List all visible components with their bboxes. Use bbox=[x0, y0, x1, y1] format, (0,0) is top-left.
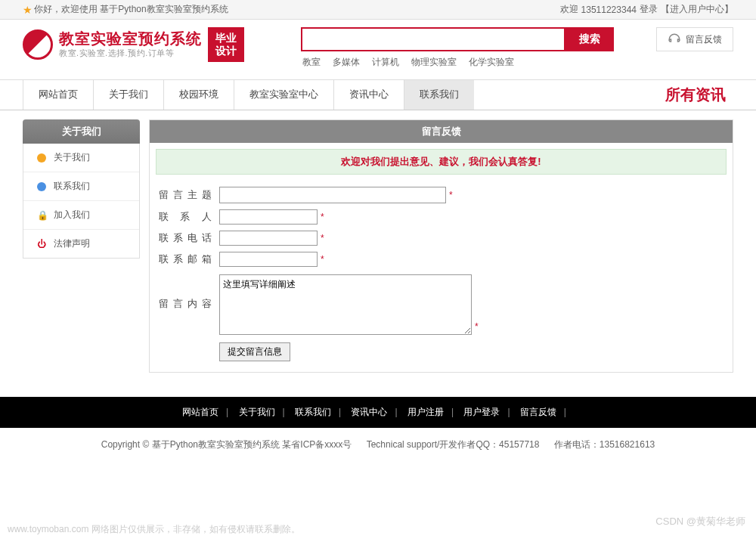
sidebar-item-join[interactable]: 🔒 加入我们 bbox=[23, 201, 139, 230]
top-bar: ★ 你好，欢迎使用 基于Python教室实验室预约系统 欢迎 135112233… bbox=[0, 0, 756, 20]
label-subject: 留言主题 bbox=[159, 188, 212, 202]
footer-link[interactable]: 用户注册 bbox=[407, 407, 444, 417]
search-block: 搜索 教室 多媒体 计算机 物理实验室 化学实验室 bbox=[301, 27, 645, 73]
logo-icon bbox=[23, 29, 53, 60]
nav-about[interactable]: 关于我们 bbox=[93, 80, 163, 110]
search-cat[interactable]: 教室 bbox=[302, 56, 321, 69]
search-cat[interactable]: 物理实验室 bbox=[411, 56, 457, 69]
main-content: 关于我们 关于我们 联系我们 🔒 加入我们 ⏻ 法律声明 留言反馈 欢迎对我们提… bbox=[0, 110, 756, 382]
headset-icon bbox=[668, 33, 681, 46]
search-cat[interactable]: 计算机 bbox=[372, 56, 399, 69]
textarea-body[interactable] bbox=[219, 274, 472, 335]
footer-link[interactable]: 留言反馈 bbox=[520, 407, 556, 417]
sidebar-item-label: 法律声明 bbox=[54, 237, 90, 250]
footer-link[interactable]: 资讯中心 bbox=[351, 407, 387, 417]
search-cat[interactable]: 多媒体 bbox=[333, 56, 360, 69]
label-body: 留言内容 bbox=[159, 274, 212, 311]
sidebar-body: 关于我们 联系我们 🔒 加入我们 ⏻ 法律声明 bbox=[23, 144, 140, 259]
author-phone: 作者电话：13516821613 bbox=[554, 439, 655, 450]
welcome-message: 欢迎对我们提出意见、建议，我们会认真答复! bbox=[156, 149, 727, 175]
label-phone: 联系电话 bbox=[159, 231, 212, 245]
required-mark: * bbox=[475, 321, 479, 332]
search-row: 搜索 bbox=[301, 27, 645, 51]
greeting-text: 你好，欢迎使用 基于Python教室实验室预约系统 bbox=[34, 3, 228, 16]
sidebar: 关于我们 关于我们 联系我们 🔒 加入我们 ⏻ 法律声明 bbox=[23, 119, 140, 373]
sidebar-item-label: 联系我们 bbox=[54, 180, 90, 193]
user-phone: 13511223344 bbox=[581, 5, 637, 15]
required-mark: * bbox=[321, 254, 324, 265]
footer-link[interactable]: 网站首页 bbox=[182, 407, 218, 417]
power-icon: ⏻ bbox=[37, 240, 46, 249]
search-button[interactable]: 搜索 bbox=[565, 27, 614, 51]
form-row-email: 联系邮箱 * bbox=[159, 249, 723, 270]
search-categories: 教室 多媒体 计算机 物理实验室 化学实验室 bbox=[301, 51, 645, 73]
footer-info: Copyright © 基于Python教室实验室预约系统 某省ICP备xxxx… bbox=[0, 428, 756, 462]
content-title: 留言反馈 bbox=[150, 120, 733, 143]
feedback-form: 留言主题 * 联 系 人 * 联系电话 * 联系邮箱 * 留言内容 bbox=[150, 181, 733, 372]
label-email: 联系邮箱 bbox=[159, 252, 212, 266]
top-bar-right: 欢迎 13511223344 登录 【进入用户中心】 bbox=[560, 3, 733, 16]
footer-link[interactable]: 用户登录 bbox=[463, 407, 500, 417]
form-row-subject: 留言主题 * bbox=[159, 184, 723, 206]
footer-nav: 网站首页| 关于我们| 联系我们| 资讯中心| 用户注册| 用户登录| 留言反馈… bbox=[0, 397, 756, 428]
main-nav: 网站首页 关于我们 校园环境 教室实验室中心 资讯中心 联系我们 所有资讯 bbox=[0, 79, 756, 110]
footer-link[interactable]: 联系我们 bbox=[295, 407, 331, 417]
label-contact: 联 系 人 bbox=[159, 210, 212, 224]
logo-block[interactable]: 教室实验室预约系统 教室.实验室.选择.预约.订单等 毕业 设计 bbox=[23, 27, 244, 62]
tech-support: Technical support/开发作者QQ：45157718 bbox=[367, 439, 540, 450]
search-cat[interactable]: 化学实验室 bbox=[469, 56, 514, 69]
dot-icon bbox=[37, 153, 46, 163]
nav-news[interactable]: 资讯中心 bbox=[333, 80, 404, 110]
sidebar-item-label: 关于我们 bbox=[54, 151, 90, 164]
sidebar-item-legal[interactable]: ⏻ 法律声明 bbox=[23, 230, 139, 258]
nav-lab-center[interactable]: 教室实验室中心 bbox=[234, 80, 333, 110]
input-subject[interactable] bbox=[219, 187, 446, 203]
form-row-body: 留言内容 * bbox=[159, 270, 723, 338]
logo-badge: 毕业 设计 bbox=[208, 27, 244, 62]
input-phone[interactable] bbox=[219, 231, 318, 246]
user-center-link[interactable]: 【进入用户中心】 bbox=[661, 3, 733, 16]
required-mark: * bbox=[449, 190, 453, 200]
sidebar-item-about[interactable]: 关于我们 bbox=[23, 144, 139, 172]
lock-icon: 🔒 bbox=[37, 211, 46, 220]
form-row-contact: 联 系 人 * bbox=[159, 206, 723, 228]
required-mark: * bbox=[321, 212, 324, 222]
submit-button[interactable]: 提交留言信息 bbox=[219, 342, 290, 361]
login-link[interactable]: 登录 bbox=[640, 3, 658, 16]
search-input[interactable] bbox=[301, 27, 565, 51]
input-contact[interactable] bbox=[219, 209, 318, 225]
sidebar-item-contact[interactable]: 联系我们 bbox=[23, 172, 139, 201]
nav-campus[interactable]: 校园环境 bbox=[163, 80, 234, 110]
copyright: Copyright © 基于Python教室实验室预约系统 某省ICP备xxxx… bbox=[101, 439, 352, 450]
content-panel: 留言反馈 欢迎对我们提出意见、建议，我们会认真答复! 留言主题 * 联 系 人 … bbox=[149, 119, 733, 373]
footer-link[interactable]: 关于我们 bbox=[239, 407, 275, 417]
header: 教室实验室预约系统 教室.实验室.选择.预约.订单等 毕业 设计 搜索 教室 多… bbox=[0, 20, 756, 79]
welcome-label: 欢迎 bbox=[560, 3, 578, 16]
site-subtitle: 教室.实验室.选择.预约.订单等 bbox=[59, 48, 202, 59]
nav-all-news[interactable]: 所有资讯 bbox=[658, 80, 733, 110]
nav-home[interactable]: 网站首页 bbox=[23, 80, 93, 110]
sidebar-title: 关于我们 bbox=[23, 119, 140, 144]
star-icon: ★ bbox=[23, 4, 33, 16]
form-row-phone: 联系电话 * bbox=[159, 228, 723, 249]
nav-contact[interactable]: 联系我们 bbox=[404, 80, 474, 110]
sidebar-item-label: 加入我们 bbox=[54, 209, 90, 221]
logo-text: 教室实验室预约系统 教室.实验室.选择.预约.订单等 bbox=[59, 29, 202, 59]
site-title: 教室实验室预约系统 bbox=[59, 29, 202, 48]
feedback-label: 留言反馈 bbox=[686, 33, 722, 46]
required-mark: * bbox=[321, 233, 324, 243]
dot-icon bbox=[37, 182, 46, 191]
feedback-button[interactable]: 留言反馈 bbox=[656, 27, 733, 51]
input-email[interactable] bbox=[219, 252, 318, 267]
top-bar-left: ★ 你好，欢迎使用 基于Python教室实验室预约系统 bbox=[23, 3, 228, 16]
